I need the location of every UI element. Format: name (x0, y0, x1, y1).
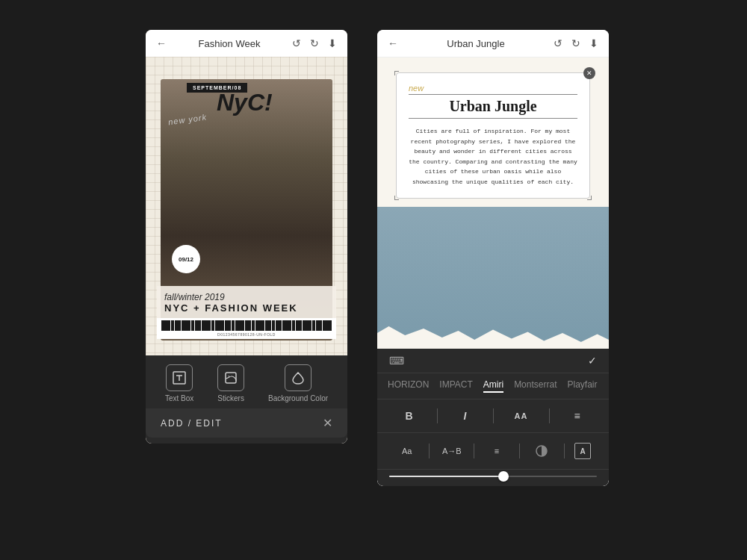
left-canvas[interactable]: SEPTEMBER/08 NyC! new york 09/12 fall/wi… (146, 57, 347, 355)
barcode-line (312, 320, 315, 331)
option-divider-2 (519, 444, 520, 458)
left-back-arrow[interactable]: ← (156, 37, 167, 49)
left-undo-icon[interactable]: ↺ (292, 37, 301, 49)
slider-row (377, 470, 609, 486)
barcode-line (191, 320, 194, 331)
corner-handle-br[interactable] (587, 196, 592, 200)
right-phone-frame: ← Urban Jungle ↺ ↻ ⬇ ✕ new (377, 30, 609, 486)
font-selector-row: HORIZONIMPACTAmiriMontserratPlayfair (377, 373, 609, 399)
font-option-amiri[interactable]: Amiri (483, 379, 503, 393)
corner-handle-tl[interactable] (394, 71, 399, 75)
barcode-line (316, 320, 322, 331)
format-btn-0[interactable]: B (399, 405, 420, 426)
background-color-tool[interactable]: Background Color (268, 364, 328, 402)
left-phone-frame: ← Fashion Week ↺ ↻ ⬇ SEPTEMBER/08 NyC! n… (146, 30, 347, 444)
nyc-label: NyC! (217, 89, 273, 116)
barcode-line (232, 320, 235, 331)
barcode-line (195, 320, 201, 331)
right-controls: ⌨ ✓ HORIZONIMPACTAmiriMontserratPlayfair… (377, 349, 609, 486)
text-box-icon (166, 364, 193, 391)
font-option-horizon[interactable]: HORIZON (388, 379, 429, 393)
barcode-line (211, 320, 214, 331)
format-row: BIAA≡ (377, 399, 609, 433)
stickers-icon (217, 364, 244, 391)
fashion-bottom-text: fall/winter 2019 NYC + FASHION WEEK (157, 286, 336, 318)
barcode-line (292, 320, 295, 331)
text-box-title: Urban Jungle (409, 94, 577, 119)
corner-handle-bl[interactable] (394, 196, 399, 200)
right-panel: ← Urban Jungle ↺ ↻ ⬇ ✕ new (377, 30, 609, 486)
barcode-line (161, 320, 170, 331)
font-option-montserrat[interactable]: Montserrat (514, 379, 557, 393)
right-canvas[interactable]: ✕ new Urban Jungle Cities are full of in… (377, 57, 609, 349)
option-btn-0[interactable]: Aa (395, 439, 419, 463)
toolbar-icons-row: Text Box Stickers (146, 364, 347, 408)
script-title: fall/winter 2019 (164, 292, 329, 302)
format-btn-2[interactable]: AA (511, 405, 532, 426)
text-box-overlay[interactable]: ✕ new Urban Jungle Cities are full of in… (396, 72, 590, 199)
left-download-icon[interactable]: ⬇ (328, 37, 337, 49)
app-container: ← Fashion Week ↺ ↻ ⬇ SEPTEMBER/08 NyC! n… (0, 0, 747, 560)
font-option-playfair[interactable]: Playfair (567, 379, 597, 393)
right-header-icons: ↺ ↻ ⬇ (554, 37, 598, 49)
stickers-tool[interactable]: Stickers (217, 364, 244, 402)
bottom-toolbar: Text Box Stickers (146, 355, 347, 444)
text-box-close-icon[interactable]: ✕ (583, 67, 595, 79)
add-edit-close-icon[interactable]: ✕ (323, 416, 332, 430)
option-divider-0 (429, 444, 430, 458)
right-download-icon[interactable]: ⬇ (589, 37, 598, 49)
barcode-line (276, 320, 282, 331)
left-panel: ← Fashion Week ↺ ↻ ⬇ SEPTEMBER/08 NyC! n… (138, 30, 355, 444)
slider-track[interactable] (389, 476, 597, 477)
right-header: ← Urban Jungle ↺ ↻ ⬇ (377, 30, 609, 57)
slider-fill (389, 476, 503, 477)
background-color-icon (285, 364, 311, 391)
keyboard-icon[interactable]: ⌨ (389, 355, 404, 367)
option-btn-outline-4[interactable]: A (574, 443, 591, 459)
option-btn-2[interactable]: ≡ (485, 439, 509, 463)
divider-0 (437, 408, 438, 423)
barcode-line (282, 320, 291, 331)
option-divider-1 (474, 444, 474, 458)
barcode: D01234567890128-UN-FOLD (157, 318, 336, 339)
divider-1 (493, 408, 494, 423)
barcode-line (245, 320, 251, 331)
fashion-overlays: SEPTEMBER/08 NyC! new york 09/12 fall/wi… (146, 57, 347, 355)
divider-2 (549, 408, 550, 423)
options-row: AaA→B≡A (377, 433, 609, 470)
left-redo-icon[interactable]: ↻ (310, 37, 319, 49)
text-box-subtitle: new (409, 84, 577, 93)
right-redo-icon[interactable]: ↻ (571, 37, 580, 49)
barcode-line (265, 320, 271, 331)
barcode-line (255, 320, 264, 331)
circle-badge: 09/12 (172, 245, 200, 273)
right-title: Urban Jungle (447, 38, 504, 49)
left-header: ← Fashion Week ↺ ↻ ⬇ (146, 30, 347, 57)
option-btn-3[interactable] (530, 439, 554, 463)
barcode-line (252, 320, 255, 331)
format-btn-3[interactable]: ≡ (567, 405, 588, 426)
controls-top-bar: ⌨ ✓ (377, 349, 609, 373)
stickers-label: Stickers (217, 394, 244, 402)
barcode-line (171, 320, 174, 331)
barcode-line (215, 320, 224, 331)
right-undo-icon[interactable]: ↺ (554, 37, 562, 49)
text-box-tool[interactable]: Text Box (165, 364, 193, 402)
format-btn-1[interactable]: I (455, 405, 476, 426)
barcode-line (303, 320, 311, 331)
slider-thumb[interactable] (498, 471, 509, 482)
barcode-line (296, 320, 302, 331)
barcode-lines (161, 320, 332, 331)
font-option-impact[interactable]: IMPACT (439, 379, 472, 393)
barcode-line (272, 320, 275, 331)
left-title: Fashion Week (199, 38, 261, 49)
check-icon[interactable]: ✓ (588, 355, 597, 367)
right-back-arrow[interactable]: ← (388, 37, 398, 49)
left-header-icons: ↺ ↻ ⬇ (292, 37, 337, 49)
barcode-line (202, 320, 211, 331)
barcode-line (175, 320, 181, 331)
background-color-label: Background Color (268, 394, 328, 402)
barcode-line (235, 320, 244, 331)
add-edit-label: ADD / EDIT (161, 418, 223, 429)
option-btn-1[interactable]: A→B (440, 439, 464, 463)
